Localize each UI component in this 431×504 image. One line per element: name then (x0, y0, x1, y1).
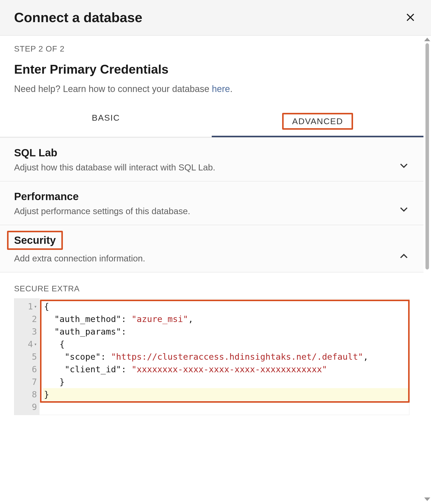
help-line: Need help? Learn how to connect your dat… (14, 84, 409, 94)
code-line: "client_id": "xxxxxxxx-xxxx-xxxx-xxxx-xx… (43, 363, 409, 376)
section-performance-desc: Adjust performance settings of this data… (14, 206, 398, 216)
code-line: { (43, 300, 409, 313)
section-performance[interactable]: Performance Adjust performance settings … (0, 181, 423, 225)
section-security-title: Security (7, 231, 63, 250)
help-text-suffix: . (230, 84, 233, 94)
chevron-down-icon (398, 204, 409, 215)
modal-body: STEP 2 OF 2 Enter Primary Credentials Ne… (0, 36, 431, 504)
gutter-line: 5 (14, 350, 39, 363)
gutter-line: 7 (14, 376, 39, 388)
section-security-body: SECURE EXTRA 1▾234▾56789 { "auth_method"… (0, 272, 423, 415)
gutter-line: 6 (14, 363, 39, 376)
code-line: "auth_params": (43, 325, 409, 338)
step-indicator: STEP 2 OF 2 (14, 44, 409, 54)
help-text-prefix: Need help? Learn how to connect your dat… (14, 84, 212, 94)
secure-extra-label: SECURE EXTRA (14, 284, 409, 293)
fold-icon[interactable]: ▾ (34, 338, 37, 350)
scroll-thumb[interactable] (425, 43, 429, 269)
editor-code-area[interactable]: { "auth_method": "azure_msi", "auth_para… (39, 299, 409, 415)
section-performance-title: Performance (14, 191, 79, 203)
scroll-down-arrow[interactable] (424, 497, 430, 501)
code-line: } (43, 376, 409, 388)
step-header: STEP 2 OF 2 Enter Primary Credentials Ne… (0, 36, 423, 96)
modal-scrollbar[interactable] (423, 36, 431, 504)
close-button[interactable] (404, 11, 417, 24)
help-link[interactable]: here (212, 84, 230, 94)
editor-gutter: 1▾234▾56789 (14, 299, 39, 415)
modal-header: Connect a database (0, 0, 431, 36)
gutter-line: 1▾ (14, 300, 39, 313)
code-line: { (43, 338, 409, 350)
tab-advanced-label: ADVANCED (282, 113, 353, 130)
gutter-line: 2 (14, 313, 39, 325)
tab-basic-label: BASIC (92, 113, 120, 123)
section-security[interactable]: Security Add extra connection informatio… (0, 225, 423, 272)
code-line (43, 401, 409, 413)
section-sql-lab[interactable]: SQL Lab Adjust how this database will in… (0, 138, 423, 181)
tab-basic[interactable]: BASIC (0, 106, 212, 137)
gutter-line: 8 (14, 388, 39, 401)
tab-advanced[interactable]: ADVANCED (212, 106, 423, 137)
section-sql-lab-title: SQL Lab (14, 147, 57, 159)
section-sql-lab-desc: Adjust how this database will interact w… (14, 162, 398, 172)
close-icon (405, 12, 415, 22)
modal-title: Connect a database (14, 10, 142, 25)
secure-extra-editor[interactable]: 1▾234▾56789 { "auth_method": "azure_msi"… (14, 298, 409, 415)
connect-database-modal: Connect a database STEP 2 OF 2 Enter Pri… (0, 0, 431, 504)
scroll-track[interactable] (425, 43, 429, 495)
chevron-up-icon (398, 251, 409, 262)
gutter-line: 9 (14, 401, 39, 413)
code-line: "auth_method": "azure_msi", (43, 313, 409, 325)
code-line: "scope": "https://clusteraccess.hdinsigh… (43, 350, 409, 363)
gutter-line: 4▾ (14, 338, 39, 350)
section-security-desc: Add extra connection information. (14, 253, 398, 263)
advanced-accordion: SQL Lab Adjust how this database will in… (0, 137, 423, 415)
scroll-up-arrow[interactable] (424, 38, 430, 41)
gutter-line: 3 (14, 325, 39, 338)
code-line: } (43, 388, 409, 401)
content-area: STEP 2 OF 2 Enter Primary Credentials Ne… (0, 36, 423, 504)
tabs: BASIC ADVANCED (0, 106, 423, 137)
step-title: Enter Primary Credentials (14, 62, 409, 77)
chevron-down-icon (398, 160, 409, 171)
fold-icon[interactable]: ▾ (34, 300, 37, 313)
